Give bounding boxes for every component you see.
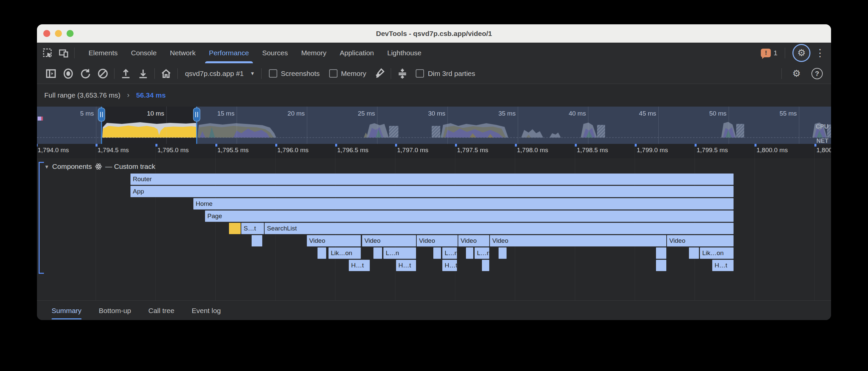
flame-bar[interactable]: [433, 248, 441, 259]
bottom-tab-call-tree[interactable]: Call tree: [149, 301, 175, 320]
flame-bar-l-n[interactable]: L…n: [442, 248, 457, 259]
flame-bar-page[interactable]: Page: [205, 210, 734, 222]
flame-bar[interactable]: [373, 248, 382, 259]
bottom-tab-summary[interactable]: Summary: [52, 301, 82, 320]
flame-bar[interactable]: [252, 235, 262, 247]
flame-bar-lik-on[interactable]: Lik…on: [329, 248, 361, 259]
flame-bar-app[interactable]: App: [130, 186, 734, 197]
flame-bar-video[interactable]: Video: [458, 235, 489, 247]
flame-bar-video[interactable]: Video: [490, 235, 666, 247]
flame-bar-searchlist[interactable]: SearchList: [265, 223, 734, 234]
devtools-window: DevTools - qsvd7p.csb.app/video/1 Elemen…: [37, 24, 831, 320]
flame-bar[interactable]: [317, 248, 326, 259]
flame-bar-home[interactable]: Home: [193, 198, 734, 209]
flame-bar-h-t[interactable]: H…t: [349, 260, 370, 271]
flame-bar-h-t[interactable]: H…t: [712, 260, 734, 271]
bottom-tab-bottom-up[interactable]: Bottom-up: [99, 301, 131, 320]
flame-bar-l-n[interactable]: L…n: [475, 248, 489, 259]
flame-bar-l-n[interactable]: L…n: [383, 248, 416, 259]
flame-chart: RouterAppHomePageS…tSearchListVideoVideo…: [37, 24, 831, 301]
flame-bar[interactable]: [229, 223, 241, 234]
flame-bar[interactable]: [689, 248, 699, 259]
bottom-tab-event-log[interactable]: Event log: [192, 301, 221, 320]
flame-bar[interactable]: [499, 248, 506, 259]
flame-bar-s-t[interactable]: S…t: [241, 223, 264, 234]
flame-bar-lik-on[interactable]: Lik…on: [700, 248, 734, 259]
flame-bar-h-t[interactable]: H…t: [442, 260, 457, 271]
flame-bar-video[interactable]: Video: [307, 235, 361, 247]
flame-bar-h-t[interactable]: H…t: [396, 260, 416, 271]
flame-bar-video[interactable]: Video: [362, 235, 416, 247]
flame-bar-router[interactable]: Router: [130, 173, 734, 185]
flame-bar[interactable]: [466, 248, 473, 259]
flame-bar[interactable]: [656, 260, 666, 271]
flame-bar-video[interactable]: Video: [667, 235, 734, 247]
flame-bar[interactable]: [656, 248, 666, 259]
flame-bar[interactable]: [482, 260, 489, 271]
flame-bar-video[interactable]: Video: [417, 235, 458, 247]
bottom-panel-tabs: SummaryBottom-upCall treeEvent log: [37, 301, 831, 320]
